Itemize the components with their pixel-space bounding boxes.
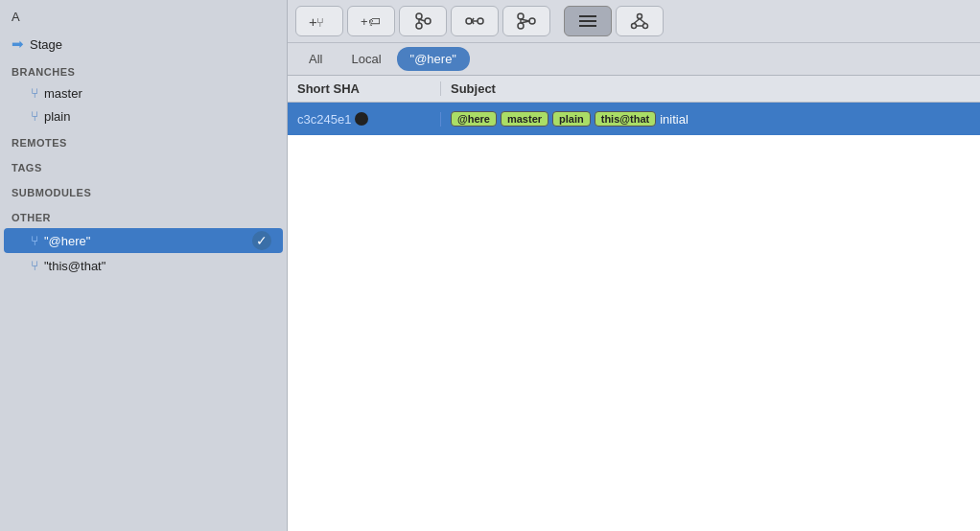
sidebar-stage-label: Stage [30, 37, 62, 52]
stage-hunk-button[interactable]: + ⑂ [295, 6, 343, 36]
table-row[interactable]: c3c245e1 @here master plain this@that in… [288, 103, 980, 135]
tag-this-at-that: this@that [595, 111, 656, 127]
sidebar: A ➡ Stage BRANCHES ⑂ master ⑂ plain REMO… [0, 0, 288, 531]
checkmark-icon: ✓ [252, 231, 271, 250]
merge-button[interactable] [502, 6, 550, 36]
sidebar-item-plain[interactable]: ⑂ plain [4, 105, 283, 127]
svg-point-21 [632, 24, 637, 29]
tab-local[interactable]: Local [338, 47, 394, 71]
svg-point-9 [478, 18, 483, 24]
branch-icon-master: ⑂ [31, 85, 38, 101]
branch-icon-at-here: ⑂ [31, 233, 38, 248]
main-panel: + ⑂ +🏷 [288, 0, 980, 531]
svg-text:+🏷: +🏷 [361, 14, 381, 29]
sidebar-section-other: OTHER [0, 202, 287, 227]
sidebar-item-label-this-at-that: "this@that" [44, 259, 105, 273]
tag-plain: plain [552, 111, 591, 127]
svg-point-3 [416, 13, 422, 19]
svg-point-20 [638, 14, 642, 19]
sidebar-section-remotes: REMOTES [0, 127, 287, 152]
branch-icon-this-at-that: ⑂ [31, 258, 38, 273]
branch-button[interactable] [399, 6, 447, 36]
tab-all[interactable]: All [295, 47, 336, 71]
sidebar-section-branches: BRANCHES [0, 57, 287, 81]
svg-rect-17 [579, 15, 596, 17]
svg-point-22 [643, 24, 648, 29]
table-header: Short SHA Subject [288, 76, 980, 103]
svg-point-13 [529, 18, 535, 24]
tag-master: master [501, 111, 548, 127]
sidebar-item-at-here[interactable]: ⑂ "@here" ✓ [4, 228, 283, 253]
row-sha: c3c245e1 [288, 112, 441, 127]
toolbar: + ⑂ +🏷 [288, 0, 980, 43]
sidebar-item-master[interactable]: ⑂ master [4, 82, 283, 104]
cherry-pick-button[interactable] [451, 6, 499, 36]
stage-arrow-icon: ➡ [12, 35, 24, 53]
sidebar-item-this-at-that[interactable]: ⑂ "this@that" [4, 255, 283, 276]
tab-bar: All Local "@here" [288, 43, 980, 76]
svg-line-23 [634, 19, 640, 24]
graph-view-button[interactable] [616, 6, 664, 36]
svg-point-4 [416, 23, 422, 29]
tab-at-here[interactable]: "@here" [397, 47, 470, 71]
tag-button[interactable]: +🏷 [347, 6, 395, 36]
svg-rect-19 [579, 25, 596, 27]
svg-line-24 [640, 19, 645, 24]
sidebar-item-label-master: master [44, 86, 82, 101]
svg-point-12 [518, 23, 524, 29]
svg-line-16 [521, 21, 529, 23]
sha-text: c3c245e1 [297, 112, 351, 127]
list-view-button[interactable] [564, 6, 612, 36]
row-subject: @here master plain this@that initial [441, 111, 980, 127]
subject-text: initial [660, 112, 688, 127]
tag-at-here: @here [451, 111, 497, 127]
svg-line-7 [419, 19, 425, 21]
col-header-subject: Subject [441, 81, 980, 96]
svg-point-11 [518, 13, 524, 19]
sidebar-section-tags: TAGS [0, 152, 287, 177]
sidebar-item-label-at-here: "@here" [44, 234, 90, 248]
col-header-sha: Short SHA [288, 81, 441, 96]
commit-table: Short SHA Subject c3c245e1 @here master … [288, 76, 980, 531]
sidebar-stage-item[interactable]: ➡ Stage [0, 32, 287, 57]
svg-text:⑂: ⑂ [316, 15, 324, 30]
svg-rect-18 [579, 20, 596, 22]
sidebar-top-label: A [0, 6, 287, 32]
sidebar-section-submodules: SUBMODULES [0, 177, 287, 202]
sidebar-item-label-plain: plain [44, 109, 70, 124]
svg-point-5 [425, 18, 431, 24]
sha-circle-icon [355, 112, 368, 126]
branch-icon-plain: ⑂ [31, 108, 38, 124]
